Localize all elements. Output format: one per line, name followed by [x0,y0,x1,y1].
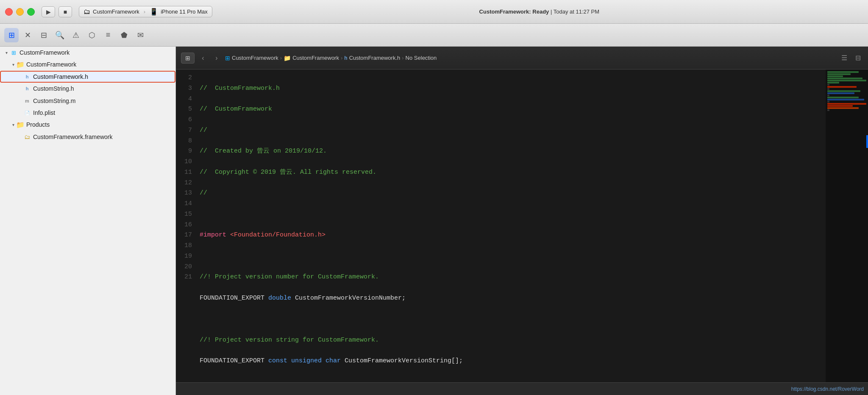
list-icon[interactable]: ≡ [101,28,115,42]
warning-icon[interactable]: ✕ [20,28,35,42]
token-9-kw: #import [200,231,226,239]
token-5-1: // Created by 曾云 on 2019/10/12. [200,147,327,155]
sidebar-item-products[interactable]: 📁 Products [0,119,175,131]
maximize-button[interactable] [27,8,35,16]
code-line-14: //! Project version string for CustomFra… [200,335,819,346]
breadcrumb-folder-label: CustomFramework [292,55,339,61]
code-line-16 [200,377,819,382]
line-num-2: 2 [176,73,196,83]
title-bar-controls: ▶ ■ [42,6,72,17]
sidebar-item-root[interactable]: ⊞ CustomFramework [0,47,175,58]
breadcrumb-selection[interactable]: No Selection [406,55,437,61]
breadcrumb-file-icon: h [344,55,347,61]
sidebar-item-plist[interactable]: 📄 Info.plist [0,107,175,119]
minimap-line-19 [827,109,829,111]
code-line-7: // [200,188,819,199]
token-15-1: FOUNDATION_EXPORT [200,357,268,364]
m-icon-csm: m [23,97,31,105]
minimap-line-2 [827,73,851,75]
breadcrumb-project-icon: ⊞ [225,55,230,61]
minimap-line-5 [827,80,866,81]
sidebar-item-csh[interactable]: h CustomString.h [0,83,175,95]
nav-split-icon[interactable]: ⊟ [853,53,863,63]
status-time: Today at 11:27 PM [554,8,599,15]
project-icon: ⊞ [9,48,18,57]
code-line-6: // Copyright © 2019 曾云. All rights reser… [200,167,819,178]
minimize-button[interactable] [16,8,24,16]
editor-container: ⊞ ‹ › ⊞ CustomFramework › 📁 CustomFramew… [176,47,868,395]
issue-icon[interactable]: ⚠ [69,28,83,42]
header-icon-cfh: h [23,72,31,81]
minimap-line-13 [827,97,859,98]
close-button[interactable] [5,8,13,16]
line-num-13: 13 [176,188,196,199]
main-content: ⊞ CustomFramework 📁 CustomFramework h Cu… [0,47,868,395]
plist-icon: 📄 [23,108,31,117]
minimap-line-10 [827,90,860,92]
minimap-line-16 [827,103,866,105]
code-line-13 [200,314,819,325]
breadcrumb-folder[interactable]: 📁 CustomFramework [284,55,339,61]
line-num-5: 5 [176,104,196,115]
token-3-1: // CustomFramework [200,106,272,113]
stop-button[interactable]: ■ [58,6,72,17]
nav-menu-icon[interactable]: ☰ [839,53,849,63]
minimap-line-8 [827,86,857,88]
sidebar-item-cfh[interactable]: h CustomFramework.h [0,71,175,83]
line-num-21: 21 [176,272,196,283]
minimap-line-12 [827,95,829,96]
status-separator: | [551,8,554,15]
token-11-1: //! Project version number for CustomFra… [200,273,379,281]
code-editor[interactable]: 2 3 4 5 6 7 8 9 10 11 12 13 14 15 16 17 … [176,70,868,382]
token-7-1: // [200,189,207,197]
minimap-line-17 [827,105,853,107]
grid-view-button[interactable]: ⊞ [181,53,195,64]
token-6-1: // Copyright © 2019 曾云. All rights reser… [200,169,376,176]
sidebar-label-csm: CustomString.m [33,96,75,106]
line-num-11: 11 [176,167,196,178]
framework-icon: 🗂 [23,133,31,141]
nav-back-button[interactable]: ‹ [198,53,208,63]
token-12-type: double [268,295,291,302]
code-line-15: FOUNDATION_EXPORT const unsigned char Cu… [200,356,819,367]
line-num-3: 3 [176,83,196,94]
capabilities-icon[interactable]: ⬡ [85,28,99,42]
search-toolbar-icon[interactable]: 🔍 [53,28,67,42]
nav-forward-button[interactable]: › [211,53,222,63]
toolbar: ⊞ ✕ ⊟ 🔍 ⚠ ⬡ ≡ ⬟ ✉ [0,24,868,47]
token-9-imp: <Foundation/Foundation.h> [230,231,326,239]
breadcrumb-file[interactable]: h CustomFramework.h [344,55,400,61]
breadcrumb-sep-1: › [280,55,282,61]
token-12-2: CustomFrameworkVersionNumber; [291,295,406,302]
line-num-6: 6 [176,115,196,125]
minimap-line-9 [827,88,829,90]
status-bar: https://blog.csdn.net/RoverWord [176,382,868,395]
sidebar-label-root: CustomFramework [19,48,70,57]
environment-icon[interactable]: ⊟ [36,28,51,42]
breadcrumb-sep-3: › [402,55,403,61]
triangle-icon-root [3,50,9,56]
play-button[interactable]: ▶ [42,6,55,17]
code-line-5: // Created by 曾云 on 2019/10/12. [200,146,819,157]
minimap-line-7 [827,84,829,86]
code-line-3: // CustomFramework [200,104,819,115]
sidebar-item-group[interactable]: 📁 CustomFramework [0,58,175,70]
device-name: iPhone 11 Pro Max [161,8,208,15]
title-bar: ▶ ■ 🗂 CustomFramework › 📱 iPhone 11 Pro … [0,0,868,24]
line-numbers: 2 3 4 5 6 7 8 9 10 11 12 13 14 15 16 17 … [176,70,196,382]
editor-nav: ⊞ ‹ › ⊞ CustomFramework › 📁 CustomFramew… [176,47,868,70]
message-icon[interactable]: ✉ [133,28,147,42]
breadcrumb-project[interactable]: ⊞ CustomFramework [225,55,278,61]
diamond-icon[interactable]: ⬟ [117,28,131,42]
triangle-icon-products [10,122,16,128]
navigator-icon[interactable]: ⊞ [4,28,19,42]
token-4-1: // [200,127,207,134]
folder-icon-products: 📁 [16,121,25,129]
sidebar-item-csm[interactable]: m CustomString.m [0,95,175,107]
breadcrumb-sep-2: › [341,55,342,61]
scheme-selector[interactable]: 🗂 CustomFramework › 📱 iPhone 11 Pro Max [79,6,212,17]
line-num-17: 17 [176,230,196,241]
sidebar-item-framework[interactable]: 🗂 CustomFramework.framework [0,131,175,143]
minimap-content [826,70,868,113]
code-content[interactable]: // CustomFramework.h // CustomFramework … [196,70,826,382]
